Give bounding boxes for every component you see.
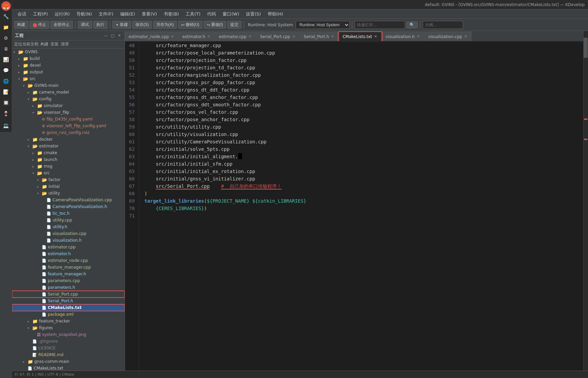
- file-parameters.h[interactable]: 📄parameters.h: [12, 284, 125, 291]
- app-icon-11[interactable]: 💻: [1, 121, 11, 131]
- app-icon-6[interactable]: 💬: [1, 65, 11, 75]
- save-button[interactable]: 保存(S): [132, 21, 152, 29]
- app-icon-10[interactable]: 🍷: [1, 108, 11, 118]
- app-icon-2[interactable]: 📁: [1, 22, 11, 32]
- panel-minimize[interactable]: —: [103, 33, 108, 38]
- folder-feature_tracker[interactable]: ▸📁feature_tracker: [12, 318, 125, 324]
- menu-navigate[interactable]: 导航(N): [74, 10, 95, 18]
- tab-estimator-cpp[interactable]: estimator.cpp✕: [215, 32, 256, 41]
- menu-window[interactable]: 窗口(W): [220, 10, 242, 18]
- folder-output[interactable]: ▸📁output: [12, 69, 125, 75]
- file-visualization.cpp[interactable]: 📄visualization.cpp: [12, 230, 125, 237]
- install-btn[interactable]: 安装: [51, 41, 59, 47]
- file-visualization.h[interactable]: 📄visualization.h: [12, 237, 125, 244]
- build-btn[interactable]: 构建: [40, 41, 48, 47]
- app-icon-9[interactable]: 🔲: [1, 98, 11, 108]
- folder-config[interactable]: ▾📂config: [12, 96, 125, 102]
- menu-bookmark[interactable]: 书签(B): [161, 10, 182, 18]
- minimap[interactable]: [583, 31, 588, 371]
- folder-msg[interactable]: ▸📁msg: [12, 163, 125, 170]
- folder-build[interactable]: ▸📁build: [12, 55, 125, 62]
- stop-all-button[interactable]: 全部停止: [51, 21, 73, 29]
- tab-cmakelists-txt[interactable]: CMakeLists.txt✕: [339, 32, 382, 41]
- file-gvins_rviz_config.rviz[interactable]: ⚙gvins_rviz_config.rviz: [12, 129, 125, 136]
- menu-view[interactable]: 查看(V): [139, 10, 160, 18]
- outline-input[interactable]: [423, 21, 463, 29]
- folder-launch[interactable]: ▸📁launch: [12, 156, 125, 163]
- menu-settings[interactable]: 设置(S): [243, 10, 263, 18]
- redo-button[interactable]: ↪重做(I): [204, 21, 226, 29]
- menu-edit[interactable]: 编辑(E): [118, 10, 138, 18]
- folder-docker[interactable]: ▸📁docker: [12, 136, 125, 143]
- file-CMakeLists.txt[interactable]: 📄CMakeLists.txt: [12, 304, 125, 311]
- undo-button[interactable]: ↩撤销(U): [178, 21, 202, 29]
- tab-close-visualization.h[interactable]: ✕: [416, 34, 420, 39]
- search-button[interactable]: 🔍: [406, 22, 418, 28]
- folder-simulator[interactable]: ▸📁simulator: [12, 102, 125, 109]
- folder-devel[interactable]: ▸📁devel: [12, 62, 125, 69]
- file-feature_manager.cpp[interactable]: 📄feature_manager.cpp: [12, 264, 125, 271]
- menu-file[interactable]: 文件(F): [96, 10, 116, 18]
- folder-camera_model[interactable]: ▸📁camera_model: [12, 89, 125, 96]
- app-icon-8[interactable]: 📝: [1, 87, 11, 97]
- file-estimator.cpp[interactable]: 📄estimator.cpp: [12, 244, 125, 250]
- folder-GVINS[interactable]: ▾📂GVINS: [12, 48, 125, 55]
- file-CMakeLists.txt[interactable]: 📄CMakeLists.txt: [12, 365, 125, 371]
- locate-current-btn[interactable]: 定位当前文档: [14, 41, 38, 47]
- file-CameraPoseVisualization.h[interactable]: 📄CameraPoseVisualization.h: [12, 203, 125, 210]
- save-as-button[interactable]: 另存为(A): [153, 21, 177, 29]
- tab-estimator-h[interactable]: estimator.h✕: [179, 32, 215, 41]
- tab-close-Serial_Port.h[interactable]: ✕: [330, 34, 335, 39]
- menu-project[interactable]: 工程(P): [30, 10, 51, 18]
- folder-visensor_f9p[interactable]: ▾📂visensor_f9p: [12, 109, 125, 116]
- menu-help[interactable]: 帮助(H): [265, 10, 286, 18]
- menu-session[interactable]: 会话: [15, 10, 29, 18]
- runtime-select[interactable]: Runtime: Host System: [296, 21, 350, 29]
- file-README.md[interactable]: 📝README.md: [12, 351, 125, 358]
- folder-factor[interactable]: ▾📂factor: [12, 176, 125, 183]
- folder-gnss-comm-main[interactable]: ▸📁gnss-comm-main: [12, 358, 125, 365]
- stop-button[interactable]: ⬤停止: [30, 21, 49, 29]
- folder-cmake[interactable]: ▸📁cmake: [12, 149, 125, 156]
- file-f9p_D435i_config.yaml[interactable]: ⚙f9p_D435i_config.yaml: [12, 116, 125, 123]
- tab-close-estimator_node.cpp[interactable]: ✕: [170, 34, 174, 39]
- tab-close-CMakeLists.txt[interactable]: ✕: [373, 34, 378, 39]
- menu-run[interactable]: 运行(R): [52, 10, 72, 18]
- panel-close[interactable]: ✕: [117, 33, 122, 38]
- new-button[interactable]: ✦新建: [112, 21, 131, 29]
- panel-maximize[interactable]: □: [110, 33, 115, 38]
- run-button[interactable]: 执行: [93, 21, 107, 29]
- tab-close-estimator.cpp[interactable]: ✕: [248, 34, 252, 39]
- code-editor[interactable]: 4849505152535455565758596061626364656667…: [125, 42, 583, 371]
- file-utility.h[interactable]: 📄utility.h: [12, 224, 125, 230]
- tab-close-Serial_Port.cpp[interactable]: ✕: [292, 34, 296, 39]
- build-button[interactable]: 构建: [14, 21, 28, 29]
- app-icon-4[interactable]: 🖥: [1, 44, 11, 54]
- file-feature_manager.h[interactable]: 📄feature_manager.h: [12, 271, 125, 277]
- tab-visualization-h[interactable]: visualization.h✕: [382, 32, 424, 41]
- folder-GVINS-main[interactable]: ▾📂GVINS-main: [12, 82, 125, 89]
- tab-estimator_node-cpp[interactable]: estimator_node.cpp✕: [125, 32, 178, 41]
- app-icon-5[interactable]: 📊: [1, 55, 11, 65]
- file-CameraPoseVisualization.cpp[interactable]: 📄CameraPoseVisualization.cpp: [12, 197, 125, 203]
- folder-utility[interactable]: ▾📂utility: [12, 190, 125, 197]
- folder-figures[interactable]: ▾📂figures: [12, 324, 125, 331]
- menu-code[interactable]: 代码: [204, 10, 219, 18]
- menu-tools[interactable]: 工具(T): [183, 10, 203, 18]
- folder-src[interactable]: ▾📂src: [12, 170, 125, 176]
- folder-initial[interactable]: ▸📁initial: [12, 183, 125, 190]
- file-LICENCE[interactable]: 📄LICENCE: [12, 345, 125, 351]
- file-tree[interactable]: ▾📂GVINS▸📁build▸📁devel▸📁output▾📂src▾📂GVIN…: [12, 48, 125, 371]
- submit-button[interactable]: 提交: [227, 21, 241, 29]
- quickopen-input[interactable]: [355, 21, 405, 29]
- folder-src[interactable]: ▾📂src: [12, 75, 125, 82]
- file-.gitignore[interactable]: 📄.gitignore: [12, 338, 125, 345]
- code-content[interactable]: src/feature_manager.cpp src/factor/pose_…: [139, 42, 583, 371]
- tab-serial_port-cpp[interactable]: Serial_Port.cpp✕: [256, 32, 300, 41]
- clean-btn[interactable]: 清理: [61, 41, 69, 47]
- firefox-icon[interactable]: 🦊: [1, 1, 11, 11]
- code-view[interactable]: 4849505152535455565758596061626364656667…: [125, 42, 583, 371]
- file-package.xml[interactable]: 📄package.xml: [12, 311, 125, 318]
- file-Serial_Port.cpp[interactable]: 📄Serial_Port.cpp: [12, 291, 125, 298]
- app-icon-7[interactable]: 🌐: [1, 76, 11, 86]
